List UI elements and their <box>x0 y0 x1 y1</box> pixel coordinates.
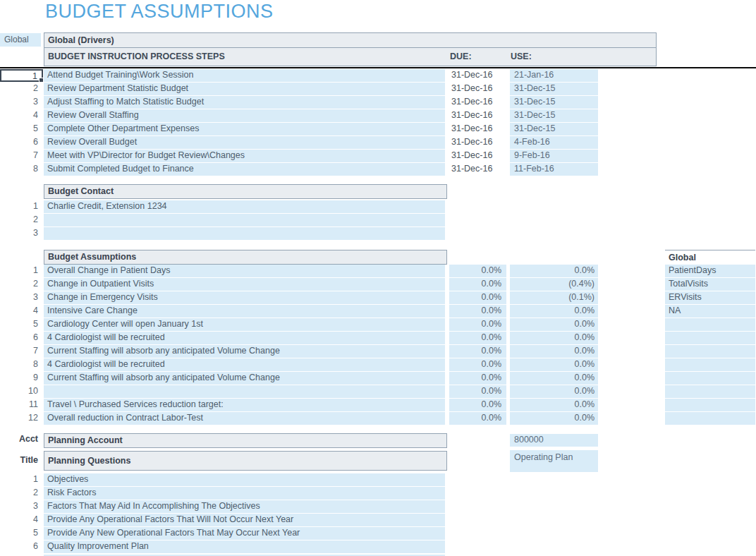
global-driver-cell[interactable] <box>665 345 755 358</box>
row-number[interactable]: 3 <box>0 500 41 513</box>
question-cell[interactable]: Provide Any Operational Factors That Wil… <box>44 514 445 526</box>
percent2-cell[interactable]: 0.0% <box>510 399 598 411</box>
row-number[interactable]: 6 <box>0 136 41 149</box>
due-column-header[interactable]: DUE: <box>450 48 472 66</box>
row-number[interactable]: 4 <box>0 109 41 122</box>
percent2-cell[interactable]: 0.0% <box>510 305 598 318</box>
percent1-cell[interactable]: 0.0% <box>449 291 506 304</box>
global-driver-cell[interactable] <box>665 399 755 411</box>
percent2-cell[interactable]: 0.0% <box>510 332 598 344</box>
due-date-cell[interactable]: 31-Dec-16 <box>449 69 506 82</box>
question-cell[interactable]: Quality Improvement Plan <box>44 540 445 553</box>
process-step-cell[interactable]: Review Overall Budget <box>44 136 445 149</box>
due-date-cell[interactable]: 31-Dec-16 <box>449 136 506 149</box>
row-number[interactable]: 2 <box>0 83 41 95</box>
percent1-cell[interactable]: 0.0% <box>449 385 506 398</box>
row-number[interactable]: 7 <box>0 345 41 358</box>
due-date-cell[interactable]: 31-Dec-16 <box>449 150 506 162</box>
global-driver-cell[interactable]: TotalVisits <box>665 278 755 291</box>
due-date-cell[interactable]: 31-Dec-16 <box>449 96 506 109</box>
row-number[interactable]: 8 <box>0 358 41 371</box>
global-driver-cell[interactable] <box>665 372 755 385</box>
row-number[interactable]: 1 <box>0 200 41 213</box>
percent2-cell[interactable]: 0.0% <box>510 265 598 277</box>
use-date-cell[interactable]: 11-Feb-16 <box>510 163 598 176</box>
row-number[interactable]: 3 <box>0 96 41 109</box>
row-number[interactable]: 1 <box>0 265 41 277</box>
drivers-section-header[interactable]: Global (Drivers) <box>44 32 657 48</box>
row-number[interactable]: 4 <box>0 514 41 526</box>
global-drivers-header[interactable]: Global <box>665 250 755 265</box>
global-driver-cell[interactable] <box>665 318 755 331</box>
assumption-cell[interactable]: Overall Change in Patient Days <box>44 265 445 277</box>
assumption-cell[interactable]: Current Staffing will absorb any anticip… <box>44 345 445 358</box>
use-date-cell[interactable]: 9-Feb-16 <box>510 150 598 162</box>
row-number[interactable]: 11 <box>0 399 41 411</box>
percent1-cell[interactable]: 0.0% <box>449 345 506 358</box>
budget-assumptions-header[interactable]: Budget Assumptions <box>44 250 447 265</box>
row-number[interactable]: 5 <box>0 527 41 540</box>
percent1-cell[interactable]: 0.0% <box>449 278 506 291</box>
row-number[interactable]: 1 <box>0 473 41 486</box>
row-number[interactable]: 3 <box>0 291 41 304</box>
global-driver-cell[interactable] <box>665 385 755 398</box>
use-date-cell[interactable]: 31-Dec-15 <box>510 96 598 109</box>
percent2-cell[interactable]: 0.0% <box>510 385 598 398</box>
global-corner-cell[interactable]: Global <box>0 33 41 47</box>
assumption-cell[interactable]: Overall reduction in Contract Labor-Test <box>44 412 445 425</box>
use-date-cell[interactable]: 31-Dec-15 <box>510 83 598 95</box>
process-step-cell[interactable]: Review Department Statistic Budget <box>44 83 445 95</box>
row-number[interactable]: 2 <box>0 214 41 226</box>
due-date-cell[interactable]: 31-Dec-16 <box>449 163 506 176</box>
percent2-cell[interactable]: 0.0% <box>510 372 598 385</box>
process-steps-header[interactable]: BUDGET INSTRUCTION PROCESS STEPS <box>48 48 225 66</box>
question-cell[interactable]: Factors That May Aid In Accomplishing Th… <box>44 500 445 513</box>
due-date-cell[interactable]: 31-Dec-16 <box>449 123 506 135</box>
process-step-cell[interactable]: Complete Other Department Expenses <box>44 123 445 135</box>
selected-cell[interactable]: 1 <box>0 69 43 82</box>
row-number[interactable]: 4 <box>0 305 41 318</box>
percent1-cell[interactable]: 0.0% <box>449 399 506 411</box>
operating-plan-cell[interactable]: Operating Plan <box>510 450 598 472</box>
percent1-cell[interactable]: 0.0% <box>449 318 506 331</box>
global-driver-cell[interactable]: ERVisits <box>665 291 755 304</box>
row-number[interactable]: 6 <box>0 540 41 553</box>
row-number[interactable]: 7 <box>0 150 41 162</box>
use-date-cell[interactable]: 31-Dec-15 <box>510 109 598 122</box>
process-step-cell[interactable]: Adjust Staffing to Match Statistic Budge… <box>44 96 445 109</box>
process-step-cell[interactable]: Meet with VP\Director for Budget Review\… <box>44 150 445 162</box>
use-column-header[interactable]: USE: <box>511 48 532 66</box>
due-date-cell[interactable]: 31-Dec-16 <box>449 83 506 95</box>
global-driver-cell[interactable]: NA <box>665 305 755 318</box>
percent1-cell[interactable]: 0.0% <box>449 412 506 425</box>
assumption-cell[interactable]: Travel \ Purchased Services reduction ta… <box>44 399 445 411</box>
question-cell[interactable]: Provide Any New Operational Factors That… <box>44 527 445 540</box>
assumption-cell[interactable]: Change in Emergency Visits <box>44 291 445 304</box>
global-driver-cell[interactable]: PatientDays <box>665 265 755 277</box>
percent2-cell[interactable]: (0.1%) <box>510 291 598 304</box>
contact-cell[interactable]: Charlie Credit, Extension 1234 <box>44 200 445 213</box>
assumption-cell[interactable]: Change in Outpatient Visits <box>44 278 445 291</box>
process-step-cell[interactable]: Submit Completed Budget to Finance <box>44 163 445 176</box>
row-number[interactable]: 12 <box>0 412 41 425</box>
percent2-cell[interactable]: 0.0% <box>510 412 598 425</box>
percent1-cell[interactable]: 0.0% <box>449 332 506 344</box>
contact-cell[interactable] <box>44 227 445 240</box>
due-date-cell[interactable]: 31-Dec-16 <box>449 109 506 122</box>
row-number[interactable]: 3 <box>0 227 41 240</box>
row-number[interactable]: 2 <box>0 487 41 500</box>
assumption-cell[interactable]: Intensive Care Change <box>44 305 445 318</box>
contact-cell[interactable] <box>44 214 445 226</box>
percent2-cell[interactable]: (0.4%) <box>510 278 598 291</box>
percent2-cell[interactable]: 0.0% <box>510 345 598 358</box>
question-cell[interactable]: Risk Factors <box>44 487 445 500</box>
global-driver-cell[interactable] <box>665 412 755 425</box>
planning-questions-header[interactable]: Planning Questions <box>44 451 447 471</box>
global-driver-cell[interactable] <box>665 332 755 344</box>
percent2-cell[interactable]: 0.0% <box>510 318 598 331</box>
global-driver-cell[interactable] <box>665 358 755 371</box>
percent1-cell[interactable]: 0.0% <box>449 372 506 385</box>
planning-account-header[interactable]: Planning Account <box>44 433 447 448</box>
row-number[interactable]: 5 <box>0 318 41 331</box>
row-number[interactable]: 9 <box>0 372 41 385</box>
